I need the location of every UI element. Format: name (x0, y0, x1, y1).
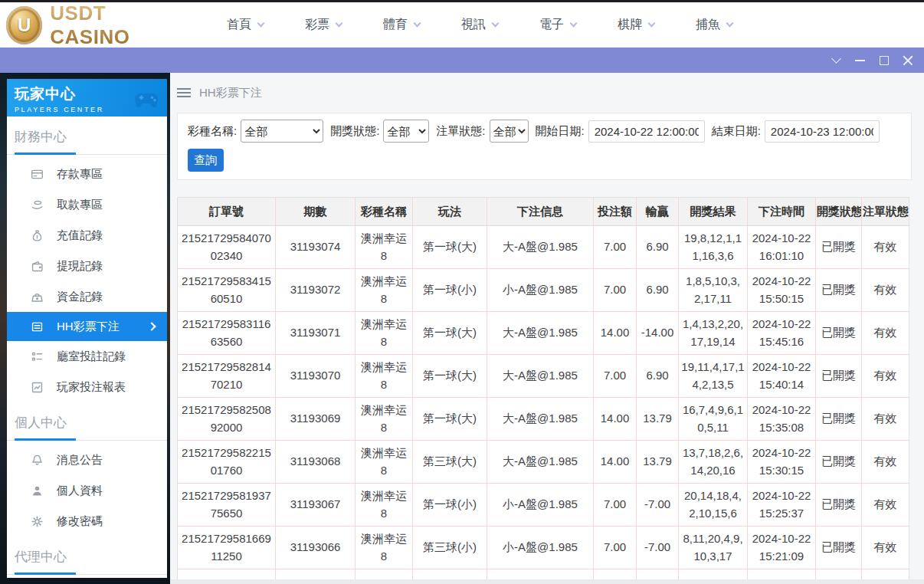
sidebar-item-label: 取款專區 (57, 198, 103, 212)
sidebar-item-messages[interactable]: 消息公告 (7, 445, 167, 475)
table-cell: 2024-10-22 15:50:15 (748, 269, 816, 312)
chevron-down-icon (492, 20, 500, 28)
table-cell: 已開獎 (816, 312, 862, 355)
sidebar: 玩家中心 PLAYERS CENTER 財務中心存款專區取款專區充值記錄提現記錄… (7, 79, 167, 578)
coin-letter: U (18, 15, 31, 36)
section-underline (7, 153, 167, 155)
table-cell: 大-A盤@1.985 (487, 441, 594, 484)
table-cell: 第三球(大) (413, 441, 487, 484)
window-titlebar (0, 48, 924, 73)
table-cell: 2024-10-22 15:30:15 (748, 441, 816, 484)
sidebar-item-deposit[interactable]: 存款專區 (7, 159, 167, 189)
sidebar-item-hh-lottery-bets[interactable]: HH彩票下注 (7, 312, 167, 341)
collapse-button[interactable] (824, 48, 848, 73)
table-cell: -7.00 (637, 527, 679, 569)
table-cell: 2024-10-22 16:01:10 (748, 226, 816, 269)
table-cell: 已開獎 (816, 398, 862, 441)
logo[interactable]: U USDT CASINO (0, 2, 184, 49)
sidebar-item-recharge-records[interactable]: 充值記錄 (7, 220, 167, 251)
table-cell: 已開獎 (816, 226, 862, 269)
table-cell: 7.00 (594, 226, 637, 269)
nav-item-label: 首頁 (227, 17, 251, 33)
table-cell: 澳洲幸运8 (356, 269, 413, 312)
start-date-input[interactable] (588, 120, 705, 143)
nav-item-home[interactable]: 首頁 (227, 17, 264, 33)
table-body: 215217295840700234031193074澳洲幸运8第一球(大)大-… (178, 226, 909, 584)
sidebar-item-label: 充值記錄 (57, 228, 103, 243)
table-cell: 14.00 (594, 398, 637, 441)
table-cell: 7.00 (594, 527, 637, 569)
sidebar-item-player-bet-report[interactable]: 玩家投注報表 (7, 372, 167, 402)
horizontal-scrollbar[interactable] (170, 579, 924, 584)
sidebar-item-label: HH彩票下注 (57, 320, 120, 334)
chevron-down-icon (414, 20, 421, 28)
nav-item-live[interactable]: 視訊 (461, 17, 498, 33)
nav-item-label: 視訊 (461, 17, 486, 33)
sidebar-item-change-password[interactable]: 修改密碼 (7, 506, 167, 536)
table-row: 215217295819377565031193067澳洲幸运8第一球(小)小-… (178, 484, 909, 527)
maximize-button[interactable] (872, 48, 896, 73)
search-button[interactable]: 查詢 (188, 149, 224, 172)
order-status-select[interactable]: 全部 (490, 120, 529, 143)
table-cell: 第一球(小) (413, 484, 487, 527)
nav-item-cards[interactable]: 棋牌 (618, 17, 654, 33)
sidebar-item-label: 個人資料 (57, 484, 103, 498)
breadcrumb: HH彩票下注 (177, 73, 912, 113)
filter-label: 開始日期: (536, 124, 585, 139)
sidebar-item-withdraw[interactable]: 取款專區 (7, 189, 167, 220)
table-cell: 2152172958221501760 (178, 441, 276, 484)
menu-toggle-icon[interactable] (177, 88, 191, 97)
nav-item-slots[interactable]: 電子 (539, 17, 576, 33)
table-cell: 2152172958311663560 (178, 312, 276, 355)
close-button[interactable] (896, 48, 919, 73)
table-row: 215217295828147021031193070澳洲幸运8第一球(大)大-… (178, 355, 909, 398)
table-cell: 2152172958193775650 (178, 484, 276, 527)
card-icon (31, 167, 44, 181)
table-cell: 14.00 (594, 312, 637, 355)
table-cell: 有效 (862, 398, 909, 441)
table-cell: 16,7,4,9,6,10,5,11 (679, 398, 748, 441)
nav-item-fishing[interactable]: 捕魚 (696, 17, 732, 33)
lottery-name-select[interactable]: 全部 (241, 120, 323, 143)
table-cell: 2024-10-22 15:25:37 (748, 484, 816, 527)
bets-table: 訂單號期數彩種名稱玩法下注信息投注額輸贏開獎結果下注時間開獎狀態注單狀態 215… (177, 197, 909, 584)
gamepad-icon (130, 82, 162, 114)
table-header-cell: 投注額 (594, 198, 637, 226)
checklist-icon (31, 349, 44, 363)
table-cell: 有效 (862, 527, 909, 569)
table-cell: 1,8,5,10,3,2,17,11 (679, 269, 748, 312)
table-cell: 已開獎 (816, 355, 862, 398)
table-cell: 已開獎 (816, 269, 862, 312)
table-cell: 大-A盤@1.985 (487, 312, 594, 355)
nav-item-label: 電子 (539, 17, 564, 33)
table-header-cell: 下注信息 (487, 198, 594, 226)
logo-text: USDT CASINO (50, 2, 184, 49)
draw-status-select[interactable]: 全部 (383, 120, 429, 143)
nav-menu: 首頁彩票體育視訊電子棋牌捕魚 (227, 17, 732, 33)
table-cell: 有效 (862, 312, 909, 355)
table-cell: 20,14,18,4,2,10,15,6 (679, 484, 748, 527)
table-cell: 澳洲幸运8 (356, 441, 413, 484)
table-cell: 第一球(大) (413, 398, 487, 441)
sidebar-item-withdrawal-records[interactable]: 提現記錄 (7, 251, 167, 281)
minimize-button[interactable] (848, 48, 872, 73)
wallet-icon (31, 259, 44, 273)
sidebar-item-funds-records[interactable]: 資金記錄 (7, 281, 167, 312)
sidebar-section-finance: 財務中心 (7, 116, 167, 153)
table-cell: -14.00 (637, 312, 679, 355)
page-title: HH彩票下注 (199, 86, 262, 100)
sidebar-item-room-bet-records[interactable]: 廳室投註記錄 (7, 341, 167, 372)
table-cell: 31193071 (276, 312, 356, 355)
sidebar-item-profile[interactable]: 個人資料 (7, 475, 167, 506)
end-date-input[interactable] (765, 120, 880, 143)
table-cell: 7.00 (594, 355, 637, 398)
filter-label: 結束日期: (712, 124, 761, 139)
user-icon (31, 484, 44, 497)
nav-item-sports[interactable]: 體育 (383, 17, 420, 33)
nav-item-label: 捕魚 (696, 17, 720, 33)
table-cell: 澳洲幸运8 (356, 312, 413, 355)
table-cell: 31193066 (276, 527, 356, 569)
filter-group-order-status: 注單狀態:全部 (436, 120, 528, 143)
nav-item-lottery[interactable]: 彩票 (305, 17, 342, 33)
table-cell: 第一球(大) (413, 312, 487, 355)
